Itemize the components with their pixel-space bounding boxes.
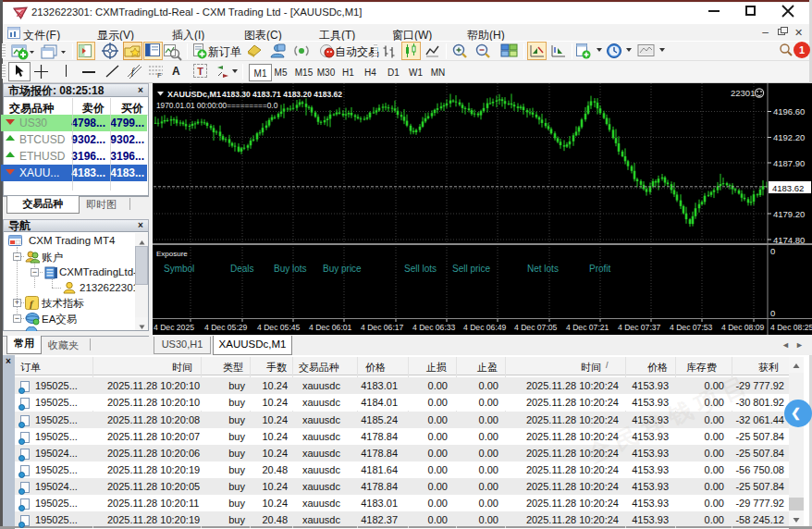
svg-text:0: 0 (770, 308, 775, 318)
svg-text:4 Dec 06:49: 4 Dec 06:49 (463, 323, 507, 332)
svg-text:4 Dec 06:17: 4 Dec 06:17 (361, 323, 404, 332)
svg-text:4 Dec 07:53: 4 Dec 07:53 (670, 323, 713, 332)
svg-text:Buy lots: Buy lots (274, 264, 307, 274)
svg-text:4192.20: 4192.20 (773, 132, 805, 142)
svg-text:4 Dec 2025: 4 Dec 2025 (154, 323, 194, 332)
svg-text:4 Dec 06:01: 4 Dec 06:01 (309, 323, 352, 332)
svg-text:Symbol: Symbol (164, 264, 194, 274)
svg-text:4 Dec 05:45: 4 Dec 05:45 (257, 323, 301, 332)
svg-text:XAUUSDc,M1: XAUUSDc,M1 (167, 90, 221, 99)
svg-text:Deals: Deals (230, 264, 254, 274)
svg-text:f: f (131, 67, 135, 77)
svg-text:4 Dec 08:09: 4 Dec 08:09 (721, 323, 765, 332)
svg-text:4183.62: 4183.62 (772, 183, 804, 193)
svg-text:4 Dec 07:05: 4 Dec 07:05 (514, 323, 558, 332)
svg-text:0: 0 (770, 246, 775, 256)
svg-text:Sell price: Sell price (452, 264, 491, 274)
svg-text:4187.90: 4187.90 (773, 158, 805, 168)
svg-text:1970.01.01 00:00:00=========0.: 1970.01.01 00:00:00=========0.0 (156, 101, 278, 110)
svg-text:4 Dec 05:29: 4 Dec 05:29 (204, 323, 248, 332)
svg-text:4 Dec 07:21: 4 Dec 07:21 (566, 323, 609, 332)
svg-text:Sell lots: Sell lots (404, 264, 437, 274)
svg-text:22301: 22301 (731, 88, 755, 98)
svg-text:4 Dec 08:25: 4 Dec 08:25 (770, 323, 812, 332)
svg-text:Exposure: Exposure (156, 250, 188, 258)
svg-text:Buy price: Buy price (323, 264, 362, 274)
svg-text:Profit: Profit (589, 264, 611, 274)
svg-text:4174.80: 4174.80 (773, 235, 805, 245)
svg-text:4196.60: 4196.60 (773, 106, 805, 117)
svg-text:4183.30 4183.71 4183.20 4183.6: 4183.30 4183.71 4183.20 4183.62 (222, 90, 342, 99)
svg-text:F: F (157, 71, 162, 79)
svg-text:4 Dec 06:33: 4 Dec 06:33 (412, 323, 456, 332)
svg-text:Net lots: Net lots (527, 264, 559, 274)
svg-text:4179.20: 4179.20 (773, 209, 805, 219)
svg-text:4 Dec 07:37: 4 Dec 07:37 (618, 323, 661, 332)
